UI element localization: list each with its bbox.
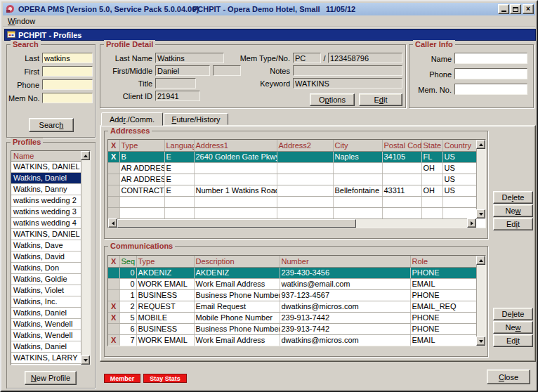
title-field[interactable] [155, 78, 196, 89]
communication-row[interactable]: 0 WORK EMAIL Work Email Address watkins@… [108, 278, 476, 289]
col-city: City [333, 140, 382, 151]
profile-list-item[interactable]: Watkins, David [11, 251, 81, 263]
communication-row[interactable]: X 7 WORK EMAIL Work Email Address dwatki… [108, 334, 476, 346]
caller-name-input[interactable] [454, 53, 527, 64]
col-role: Role [410, 256, 476, 267]
caller-phone-input[interactable] [454, 68, 527, 79]
address-row[interactable]: CONTRACT E Number 1 Watkins Road Bellefo… [108, 185, 476, 196]
profile-list-item[interactable]: Watkins, Goldie [11, 274, 81, 285]
mem-no-input[interactable] [42, 93, 93, 103]
close-window-button[interactable]: × [523, 4, 534, 14]
profile-list-item[interactable]: watkins wedding 2 [11, 195, 81, 207]
communication-row[interactable]: 1 BUSINESS Business Phone Number 937-123… [108, 289, 476, 301]
scroll-up-icon[interactable] [476, 256, 485, 265]
profile-list-item[interactable]: Watkins, Don [11, 263, 81, 274]
address-row[interactable]: AR ADDRESS E US [108, 174, 476, 185]
communications-vscrollbar[interactable] [476, 256, 485, 346]
communications-new-button[interactable]: New [493, 321, 533, 334]
profile-list-item[interactable]: Watkins, Inc. [11, 296, 81, 308]
scroll-down-icon[interactable] [476, 209, 485, 218]
app-title-bar: PCHPIT - Profiles [4, 29, 536, 41]
profile-list-item[interactable]: WATKINS, DANIEL [11, 229, 81, 240]
maximize-button[interactable] [510, 4, 521, 14]
client-id-label: Client ID [103, 92, 152, 100]
scroll-up-icon[interactable] [81, 151, 90, 160]
menu-window[interactable]: Window [8, 17, 35, 25]
cell-address1 [194, 207, 277, 218]
profile-list-item[interactable]: Watkins, Violet [11, 285, 81, 296]
addresses-new-button[interactable]: New [493, 204, 533, 217]
profile-list-item[interactable]: Watkins, Wendell [11, 330, 81, 341]
col-x: X [108, 256, 119, 267]
cell-number: dwatkins@micros.com [280, 301, 410, 312]
mem-type-field[interactable] [293, 53, 321, 63]
client-id-field[interactable] [155, 91, 200, 101]
profiles-scrollbar[interactable] [81, 151, 90, 365]
notes-field[interactable] [293, 65, 402, 76]
minimize-button[interactable] [498, 4, 509, 14]
phone-input[interactable] [42, 79, 93, 90]
address-row-selected[interactable]: X B E 2640 Golden Gate Pkwy Ste 2 Naples… [108, 151, 476, 162]
cell-description: Email Request [194, 301, 280, 312]
profile-detail-title: Profile Detail [104, 40, 155, 49]
hscroll-thumb[interactable] [117, 219, 356, 228]
addresses-hscrollbar[interactable] [108, 218, 476, 228]
search-button[interactable]: Search [29, 118, 74, 132]
communication-row-selected[interactable]: 0 AKDENIZ AKDENIZ 239-430-3456 PHONE [108, 267, 476, 278]
profiles-list: Name WATKINS, DANIEL Watkins, Daniel Wat… [11, 150, 91, 365]
profile-list-item[interactable]: watkins wedding 4 [11, 218, 81, 229]
mem-no-label: Mem No. [8, 94, 39, 103]
addresses-edit-button[interactable]: Edit [493, 218, 533, 230]
address-row[interactable]: AR ADDRESS E OH US [108, 162, 476, 174]
addresses-vscrollbar[interactable] [476, 140, 485, 218]
tab-addr-comm[interactable]: Addr./Comm. [101, 112, 163, 126]
cell-address2 [277, 151, 333, 162]
cell-seq: 0 [119, 278, 136, 289]
profile-list-item[interactable]: Watkins, Dave [11, 240, 81, 251]
member-lamp[interactable]: Member [104, 374, 140, 383]
options-button[interactable]: Options [310, 93, 355, 106]
close-button[interactable]: Close [487, 370, 530, 384]
communication-row[interactable]: 6 BUSINESS Business Phone Number 239-913… [108, 323, 476, 334]
cell-state: OH [421, 162, 442, 174]
mem-no-field[interactable] [328, 53, 402, 63]
new-profile-button[interactable]: New Profile [25, 371, 77, 385]
communications-edit-button[interactable]: Edit [493, 334, 533, 347]
edit-profile-button[interactable]: Edit [359, 93, 402, 106]
cell-description: Work Email Address [194, 278, 280, 289]
caller-mem-no-input[interactable] [454, 84, 527, 95]
addresses-group-title: Addresses [108, 126, 152, 136]
profile-list-item[interactable]: WATKINS, LARRY [11, 353, 81, 364]
profile-list-item[interactable]: Watkins, Danny [11, 184, 81, 195]
profile-list-item-selected[interactable]: Watkins, Daniel [11, 173, 81, 184]
last-name-field[interactable] [155, 53, 224, 63]
cell-city [333, 162, 382, 174]
profile-list-item[interactable]: Watkins, Wendell [11, 319, 81, 330]
keyword-field[interactable] [293, 78, 402, 89]
stay-stats-lamp[interactable]: Stay Stats [143, 374, 187, 383]
cell-x [108, 323, 119, 334]
first-name-field[interactable] [155, 65, 210, 76]
tab-future-history[interactable]: Future/History [164, 113, 228, 125]
cell-seq: 0 [119, 267, 136, 278]
address-row-empty[interactable] [108, 196, 476, 207]
scroll-right-icon[interactable] [467, 218, 476, 228]
communication-row[interactable]: X 2 REQUEST Email Request dwatkins@micro… [108, 301, 476, 312]
scroll-up-icon[interactable] [476, 140, 485, 149]
scroll-left-icon[interactable] [108, 218, 117, 228]
opera-pms-window: OPERA PMS [Version 5.0, Service Pack 5.0… [0, 0, 538, 392]
scroll-down-icon[interactable] [476, 337, 485, 346]
communications-delete-button[interactable]: Delete [493, 308, 533, 320]
profile-list-item[interactable]: watkins wedding 3 [11, 207, 81, 218]
cell-x [108, 289, 119, 301]
scroll-down-icon[interactable] [81, 355, 90, 365]
first-input[interactable] [42, 66, 93, 77]
profile-list-item[interactable]: Watkins, Daniel [11, 308, 81, 319]
last-input[interactable] [42, 53, 93, 63]
cell-type: WORK EMAIL [136, 334, 194, 346]
profile-list-item[interactable]: Watkins, Daniel [11, 341, 81, 353]
communication-row[interactable]: X 5 MOBILE Mobile Phone Number 239-913-7… [108, 312, 476, 323]
address-row-empty[interactable] [108, 207, 476, 218]
profile-list-item[interactable]: WATKINS, DANIEL [11, 162, 81, 173]
addresses-delete-button[interactable]: Delete [493, 191, 533, 204]
